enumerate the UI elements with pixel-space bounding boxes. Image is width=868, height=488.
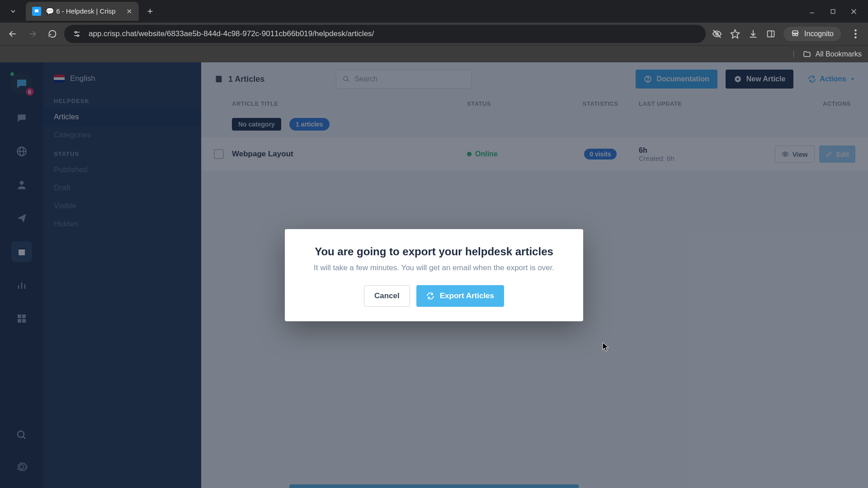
modal-actions: Cancel Export Articles xyxy=(301,285,567,307)
svg-point-22 xyxy=(854,33,856,35)
downloads-button[interactable] xyxy=(748,29,758,39)
search-tabs-button[interactable] xyxy=(3,3,23,20)
svg-marker-16 xyxy=(731,30,739,38)
browser-titlebar: 💬 6 - Helpdesk | Crisp xyxy=(0,0,868,23)
plus-icon xyxy=(146,8,154,15)
address-bar-url: app.crisp.chat/website/6833ae5b-844d-4c9… xyxy=(89,29,374,38)
export-modal: You are going to export your helpdesk ar… xyxy=(285,229,583,321)
close-icon xyxy=(850,8,857,15)
window-close-button[interactable] xyxy=(847,5,860,18)
cancel-button[interactable]: Cancel xyxy=(364,285,410,307)
svg-rect-5 xyxy=(831,9,835,14)
incognito-indicator[interactable]: Incognito xyxy=(783,27,841,41)
window-controls xyxy=(806,5,868,18)
close-icon xyxy=(126,8,132,14)
address-bar[interactable]: app.crisp.chat/website/6833ae5b-844d-4c9… xyxy=(64,25,706,43)
modal-title: You are going to export your helpdesk ar… xyxy=(301,245,567,258)
modal-subtitle: It will take a few minutes. You will get… xyxy=(301,263,567,272)
new-tab-button[interactable] xyxy=(142,3,159,20)
nav-reload-button[interactable] xyxy=(44,26,61,42)
site-info-button[interactable] xyxy=(71,30,82,38)
toolbar-right-icons: Incognito xyxy=(709,27,844,41)
app-root: 6 English HELPDESK Articles Categories S… xyxy=(0,62,868,488)
window-minimize-button[interactable] xyxy=(806,5,818,18)
nav-forward-button[interactable] xyxy=(24,26,41,42)
chevron-down-icon xyxy=(9,8,17,15)
tab-strip: 💬 6 - Helpdesk | Crisp xyxy=(0,0,159,23)
tab-title: 💬 6 - Helpdesk | Crisp xyxy=(46,7,116,15)
modal-overlay[interactable]: You are going to export your helpdesk ar… xyxy=(0,62,868,488)
side-panel-button[interactable] xyxy=(766,29,775,38)
download-icon xyxy=(748,29,758,39)
svg-point-21 xyxy=(854,29,856,31)
browser-tab[interactable]: 💬 6 - Helpdesk | Crisp xyxy=(26,2,139,21)
chat-bubble-icon xyxy=(34,9,39,14)
bookmarks-bar: | All Bookmarks xyxy=(0,45,868,62)
browser-toolbar: app.crisp.chat/website/6833ae5b-844d-4c9… xyxy=(0,23,868,45)
svg-point-13 xyxy=(77,35,79,37)
nav-back-button[interactable] xyxy=(5,26,21,42)
cursor-icon xyxy=(602,342,609,352)
eye-off-button[interactable] xyxy=(712,29,722,39)
tune-icon xyxy=(73,30,81,38)
tab-close-button[interactable] xyxy=(126,8,132,14)
tab-favicon xyxy=(32,7,41,16)
all-bookmarks-button[interactable]: All Bookmarks xyxy=(816,50,862,58)
eye-off-icon xyxy=(712,29,722,39)
incognito-label: Incognito xyxy=(804,30,834,38)
bookmark-star-button[interactable] xyxy=(730,29,740,39)
arrow-right-icon xyxy=(28,29,37,38)
svg-point-23 xyxy=(854,37,856,38)
export-label: Export Articles xyxy=(440,291,494,300)
panel-icon xyxy=(766,29,775,38)
folder-icon xyxy=(803,50,811,58)
window-maximize-button[interactable] xyxy=(826,5,839,18)
bookmarks-separator: | xyxy=(793,50,795,58)
arrow-left-icon xyxy=(8,29,17,38)
browser-menu-button[interactable] xyxy=(847,26,863,42)
refresh-icon xyxy=(426,292,434,300)
svg-point-12 xyxy=(75,31,77,33)
minimize-icon xyxy=(809,8,815,14)
svg-rect-19 xyxy=(768,31,774,37)
export-articles-button[interactable]: Export Articles xyxy=(416,285,504,307)
star-icon xyxy=(730,29,740,39)
incognito-icon xyxy=(791,29,800,38)
maximize-icon xyxy=(830,9,836,14)
kebab-icon xyxy=(854,29,857,38)
reload-icon xyxy=(48,29,57,38)
